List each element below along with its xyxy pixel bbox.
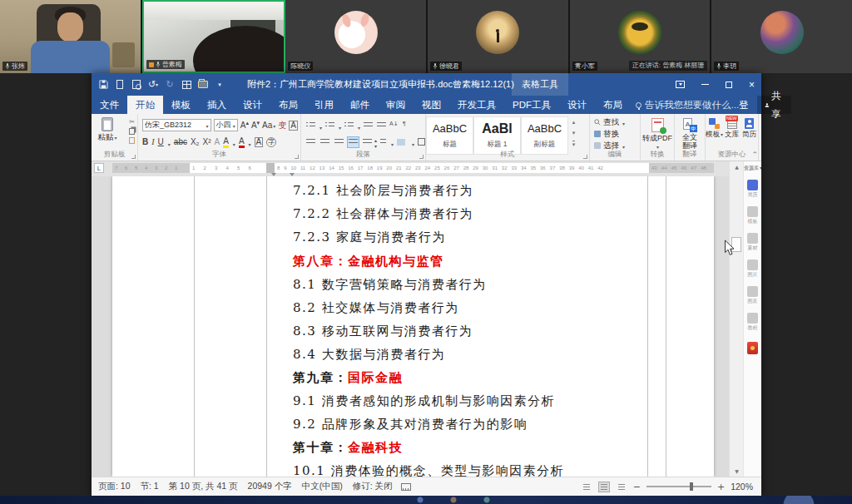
undo-icon[interactable]: ↺▾ <box>148 80 158 90</box>
scroll-up-icon[interactable]: ▲ <box>730 164 744 170</box>
side-item-template[interactable]: 模板 <box>744 206 761 225</box>
vertical-scrollbar[interactable]: ▲ ▼ <box>729 161 743 477</box>
tab-table-design[interactable]: 设计 <box>559 96 595 114</box>
maximize-icon[interactable] <box>726 82 732 88</box>
side-panel-title[interactable]: 资源库 <box>744 165 761 172</box>
dialog-launcher-icon[interactable] <box>419 155 424 159</box>
align-center-icon[interactable] <box>320 137 330 147</box>
status-page-info[interactable]: 第 10 页, 共 41 页 <box>169 481 238 492</box>
collapse-ribbon-icon[interactable]: ⌃ <box>751 151 758 159</box>
tab-selector[interactable]: L <box>94 163 104 173</box>
video-tile-participant-4[interactable]: 徐晓君 <box>428 0 570 73</box>
paste-button[interactable]: 粘贴 <box>95 117 120 143</box>
align-right-icon[interactable] <box>334 137 344 147</box>
font-name-select[interactable]: 仿宋_GB2312 <box>142 119 211 131</box>
tab-file[interactable]: 文件 <box>92 96 127 114</box>
cut-icon[interactable]: ✂ <box>129 118 135 126</box>
format-painter-icon[interactable] <box>129 137 135 144</box>
horizontal-ruler[interactable]: L 7 6 5 4 3 2 1 1 2 3 4 5 6 8 9 10 11 12… <box>92 161 729 176</box>
character-shading-button[interactable]: A <box>255 137 264 147</box>
draw-table-icon[interactable] <box>181 80 191 90</box>
tab-references[interactable]: 引用 <box>306 96 342 114</box>
font-color-button[interactable]: A <box>239 136 245 148</box>
red-packet-icon[interactable] <box>747 342 758 354</box>
tab-view[interactable]: 视图 <box>414 96 449 114</box>
tab-layout[interactable]: 布局 <box>270 96 306 114</box>
underline-button[interactable]: U <box>158 137 164 146</box>
proofing-icon[interactable] <box>401 483 411 491</box>
tab-mailings[interactable]: 邮件 <box>342 96 378 114</box>
replace-button[interactable]: 替换 <box>594 128 640 140</box>
side-item-charts[interactable]: 图表 <box>744 286 761 305</box>
multilevel-list-icon[interactable] <box>344 121 354 131</box>
dialog-launcher-icon[interactable] <box>131 155 136 159</box>
open-folder-icon[interactable] <box>198 80 208 90</box>
dialog-launcher-icon[interactable] <box>583 155 587 159</box>
phonetic-guide-button[interactable]: 变 <box>278 120 286 131</box>
increase-indent-icon[interactable] <box>376 121 387 131</box>
video-tile-participant-5[interactable]: 黄小军 正在讲话: 曾素梅 林丽珊 <box>570 0 712 73</box>
sort-icon[interactable]: A↓ <box>389 121 400 131</box>
customize-qat-icon[interactable]: ▾ <box>215 80 225 90</box>
windows-taskbar[interactable] <box>0 496 852 504</box>
align-left-icon[interactable] <box>305 137 316 147</box>
print-layout-button[interactable] <box>598 482 610 492</box>
side-item-assets[interactable]: 素材 <box>744 233 761 252</box>
distribute-icon[interactable] <box>362 137 373 147</box>
minimize-icon[interactable] <box>701 84 709 85</box>
new-document-icon[interactable] <box>115 80 125 90</box>
tab-design[interactable]: 设计 <box>235 96 270 114</box>
tab-pdf-tools[interactable]: PDF工具 <box>504 96 559 114</box>
web-layout-button[interactable] <box>616 482 627 492</box>
numbering-icon[interactable] <box>324 121 335 131</box>
zoom-slider-thumb[interactable] <box>690 482 693 491</box>
side-item-resume[interactable]: 简历 <box>744 180 761 199</box>
copy-icon[interactable] <box>129 128 135 135</box>
line-spacing-icon[interactable]: ▴▾ <box>376 137 387 147</box>
status-section[interactable]: 节: 1 <box>141 481 159 492</box>
zoom-level[interactable]: 120% <box>731 482 753 492</box>
status-track-changes[interactable]: 修订: 关闭 <box>353 481 393 492</box>
tab-review[interactable]: 审阅 <box>378 96 414 114</box>
status-page-number[interactable]: 页面: 10 <box>98 481 131 492</box>
video-tile-participant-6[interactable]: 李玥 <box>711 0 852 73</box>
enclose-characters-button[interactable]: 字 <box>266 137 276 147</box>
subscript-button[interactable]: X₂ <box>191 137 200 146</box>
tab-insert[interactable]: 插入 <box>199 96 235 114</box>
redo-icon[interactable]: ↻ <box>165 80 175 90</box>
tab-table-layout[interactable]: 布局 <box>595 96 631 114</box>
tab-developer[interactable]: 开发工具 <box>449 96 504 114</box>
dialog-launcher-icon[interactable] <box>295 155 299 159</box>
video-tile-participant-2-speaking[interactable]: 曾素梅 <box>142 0 286 73</box>
status-language[interactable]: 中文(中国) <box>302 481 343 492</box>
ribbon-display-options-icon[interactable] <box>676 81 685 88</box>
zoom-out-button[interactable]: − <box>633 482 641 492</box>
bold-button[interactable]: B <box>142 137 148 146</box>
font-size-select[interactable]: 小四 <box>214 119 238 131</box>
share-button[interactable]: 共享 <box>757 96 792 114</box>
character-border-button[interactable]: A <box>289 121 298 131</box>
side-item-images[interactable]: 图片 <box>744 259 761 279</box>
bullets-icon[interactable] <box>305 121 316 131</box>
show-marks-icon[interactable]: ¶ <box>403 121 414 131</box>
ruler-table-divider[interactable] <box>266 163 275 173</box>
highlight-color-button[interactable]: A <box>223 136 229 148</box>
status-word-count[interactable]: 20949 个字 <box>248 481 292 492</box>
full-text-translate-button[interactable]: A 中 全文翻译 <box>675 114 705 150</box>
login-button[interactable]: 登录 <box>739 96 749 114</box>
shrink-font-button[interactable]: A▾ <box>251 120 260 130</box>
print-preview-icon[interactable] <box>131 80 141 90</box>
tab-template[interactable]: 模板 <box>163 96 199 114</box>
close-icon[interactable]: × <box>749 79 755 91</box>
video-tile-participant-1[interactable]: 张炜 <box>0 0 142 73</box>
save-icon[interactable] <box>98 80 108 90</box>
shading-icon[interactable] <box>397 137 408 147</box>
read-mode-button[interactable] <box>581 482 592 492</box>
italic-button[interactable]: I <box>151 137 154 146</box>
change-case-button[interactable]: Aa <box>262 121 275 130</box>
tab-home[interactable]: 开始 <box>127 96 163 114</box>
justify-icon[interactable] <box>348 137 359 147</box>
zoom-in-button[interactable]: + <box>717 482 725 492</box>
superscript-button[interactable]: X² <box>203 137 211 146</box>
convert-to-pdf-button[interactable]: 转成PDF <box>641 114 674 151</box>
